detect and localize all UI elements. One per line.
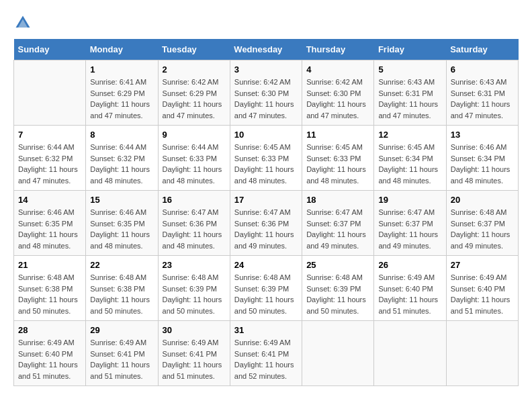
calendar-cell: 22Sunrise: 6:48 AM Sunset: 6:38 PM Dayli… — [86, 256, 158, 321]
day-number: 17 — [234, 195, 298, 205]
calendar-cell: 10Sunrise: 6:45 AM Sunset: 6:33 PM Dayli… — [230, 126, 302, 191]
calendar-cell — [302, 321, 374, 386]
calendar-cell: 25Sunrise: 6:48 AM Sunset: 6:39 PM Dayli… — [302, 256, 374, 321]
day-info: Sunrise: 6:47 AM Sunset: 6:37 PM Dayligh… — [378, 207, 441, 251]
calendar-cell: 11Sunrise: 6:45 AM Sunset: 6:33 PM Dayli… — [302, 126, 374, 191]
calendar-cell: 3Sunrise: 6:42 AM Sunset: 6:30 PM Daylig… — [230, 60, 302, 126]
day-of-week-header: Thursday — [302, 39, 374, 60]
day-number: 27 — [451, 260, 514, 270]
calendar-cell: 2Sunrise: 6:42 AM Sunset: 6:29 PM Daylig… — [158, 60, 230, 126]
day-info: Sunrise: 6:42 AM Sunset: 6:30 PM Dayligh… — [306, 77, 369, 121]
calendar-cell: 24Sunrise: 6:48 AM Sunset: 6:39 PM Dayli… — [230, 256, 302, 321]
day-info: Sunrise: 6:48 AM Sunset: 6:37 PM Dayligh… — [451, 207, 514, 251]
calendar-cell: 18Sunrise: 6:47 AM Sunset: 6:37 PM Dayli… — [302, 191, 374, 256]
day-number: 30 — [163, 325, 226, 335]
day-info: Sunrise: 6:49 AM Sunset: 6:40 PM Dayligh… — [18, 337, 81, 381]
calendar-cell: 7Sunrise: 6:44 AM Sunset: 6:32 PM Daylig… — [14, 126, 86, 191]
calendar-cell: 1Sunrise: 6:41 AM Sunset: 6:29 PM Daylig… — [86, 60, 158, 126]
calendar-cell: 28Sunrise: 6:49 AM Sunset: 6:40 PM Dayli… — [14, 321, 86, 386]
day-of-week-header: Tuesday — [158, 39, 230, 60]
day-of-week-header: Friday — [374, 39, 446, 60]
calendar-table: SundayMondayTuesdayWednesdayThursdayFrid… — [13, 39, 519, 386]
day-info: Sunrise: 6:45 AM Sunset: 6:33 PM Dayligh… — [234, 142, 298, 186]
calendar-week-row: 28Sunrise: 6:49 AM Sunset: 6:40 PM Dayli… — [14, 321, 519, 386]
day-number: 20 — [451, 195, 514, 205]
logo-icon — [13, 13, 32, 32]
day-of-week-header: Saturday — [446, 39, 518, 60]
calendar-cell: 31Sunrise: 6:49 AM Sunset: 6:41 PM Dayli… — [230, 321, 302, 386]
day-number: 3 — [234, 64, 298, 75]
day-info: Sunrise: 6:49 AM Sunset: 6:41 PM Dayligh… — [90, 337, 153, 381]
day-info: Sunrise: 6:47 AM Sunset: 6:36 PM Dayligh… — [234, 207, 298, 251]
logo — [13, 13, 35, 32]
day-number: 9 — [163, 130, 226, 140]
day-info: Sunrise: 6:48 AM Sunset: 6:39 PM Dayligh… — [163, 272, 226, 316]
calendar-cell: 19Sunrise: 6:47 AM Sunset: 6:37 PM Dayli… — [374, 191, 446, 256]
day-number: 11 — [306, 130, 369, 140]
calendar-cell: 13Sunrise: 6:46 AM Sunset: 6:34 PM Dayli… — [446, 126, 518, 191]
calendar-week-row: 21Sunrise: 6:48 AM Sunset: 6:38 PM Dayli… — [14, 256, 519, 321]
day-number: 14 — [18, 195, 81, 205]
day-number: 25 — [306, 260, 369, 270]
day-number: 31 — [234, 325, 298, 335]
day-number: 23 — [163, 260, 226, 270]
day-info: Sunrise: 6:49 AM Sunset: 6:41 PM Dayligh… — [234, 337, 298, 381]
day-info: Sunrise: 6:45 AM Sunset: 6:34 PM Dayligh… — [378, 142, 441, 186]
day-number: 26 — [378, 260, 441, 270]
calendar-cell — [14, 60, 86, 126]
calendar-cell: 17Sunrise: 6:47 AM Sunset: 6:36 PM Dayli… — [230, 191, 302, 256]
day-info: Sunrise: 6:41 AM Sunset: 6:29 PM Dayligh… — [90, 77, 153, 121]
day-info: Sunrise: 6:43 AM Sunset: 6:31 PM Dayligh… — [451, 77, 514, 121]
day-info: Sunrise: 6:42 AM Sunset: 6:30 PM Dayligh… — [234, 77, 298, 121]
day-number: 21 — [18, 260, 81, 270]
calendar-cell: 21Sunrise: 6:48 AM Sunset: 6:38 PM Dayli… — [14, 256, 86, 321]
day-info: Sunrise: 6:44 AM Sunset: 6:32 PM Dayligh… — [90, 142, 153, 186]
calendar-cell: 26Sunrise: 6:49 AM Sunset: 6:40 PM Dayli… — [374, 256, 446, 321]
day-info: Sunrise: 6:43 AM Sunset: 6:31 PM Dayligh… — [378, 77, 441, 121]
calendar-cell: 30Sunrise: 6:49 AM Sunset: 6:41 PM Dayli… — [158, 321, 230, 386]
day-info: Sunrise: 6:47 AM Sunset: 6:37 PM Dayligh… — [306, 207, 369, 251]
day-info: Sunrise: 6:49 AM Sunset: 6:41 PM Dayligh… — [163, 337, 226, 381]
day-info: Sunrise: 6:45 AM Sunset: 6:33 PM Dayligh… — [306, 142, 369, 186]
calendar-cell: 27Sunrise: 6:49 AM Sunset: 6:40 PM Dayli… — [446, 256, 518, 321]
day-of-week-header: Monday — [86, 39, 158, 60]
day-of-week-header: Wednesday — [230, 39, 302, 60]
calendar-cell: 4Sunrise: 6:42 AM Sunset: 6:30 PM Daylig… — [302, 60, 374, 126]
day-info: Sunrise: 6:44 AM Sunset: 6:33 PM Dayligh… — [163, 142, 226, 186]
day-number: 8 — [90, 130, 153, 140]
day-number: 6 — [451, 64, 514, 75]
day-info: Sunrise: 6:49 AM Sunset: 6:40 PM Dayligh… — [378, 272, 441, 316]
calendar-cell: 16Sunrise: 6:47 AM Sunset: 6:36 PM Dayli… — [158, 191, 230, 256]
day-number: 2 — [163, 64, 226, 75]
day-number: 16 — [163, 195, 226, 205]
calendar-cell — [374, 321, 446, 386]
calendar-cell: 6Sunrise: 6:43 AM Sunset: 6:31 PM Daylig… — [446, 60, 518, 126]
day-number: 12 — [378, 130, 441, 140]
day-info: Sunrise: 6:46 AM Sunset: 6:35 PM Dayligh… — [18, 207, 81, 251]
day-info: Sunrise: 6:48 AM Sunset: 6:39 PM Dayligh… — [306, 272, 369, 316]
calendar-cell: 9Sunrise: 6:44 AM Sunset: 6:33 PM Daylig… — [158, 126, 230, 191]
calendar-cell: 23Sunrise: 6:48 AM Sunset: 6:39 PM Dayli… — [158, 256, 230, 321]
day-number: 5 — [378, 64, 441, 75]
calendar-cell: 15Sunrise: 6:46 AM Sunset: 6:35 PM Dayli… — [86, 191, 158, 256]
calendar-week-row: 14Sunrise: 6:46 AM Sunset: 6:35 PM Dayli… — [14, 191, 519, 256]
calendar-cell: 14Sunrise: 6:46 AM Sunset: 6:35 PM Dayli… — [14, 191, 86, 256]
day-info: Sunrise: 6:48 AM Sunset: 6:38 PM Dayligh… — [90, 272, 153, 316]
calendar-header: SundayMondayTuesdayWednesdayThursdayFrid… — [14, 39, 519, 60]
day-number: 1 — [90, 64, 153, 75]
day-number: 22 — [90, 260, 153, 270]
day-number: 24 — [234, 260, 298, 270]
day-info: Sunrise: 6:46 AM Sunset: 6:35 PM Dayligh… — [90, 207, 153, 251]
day-info: Sunrise: 6:46 AM Sunset: 6:34 PM Dayligh… — [451, 142, 514, 186]
day-of-week-header: Sunday — [14, 39, 86, 60]
day-number: 4 — [306, 64, 369, 75]
calendar-body: 1Sunrise: 6:41 AM Sunset: 6:29 PM Daylig… — [14, 60, 519, 386]
day-number: 29 — [90, 325, 153, 335]
day-info: Sunrise: 6:48 AM Sunset: 6:38 PM Dayligh… — [18, 272, 81, 316]
calendar-cell: 20Sunrise: 6:48 AM Sunset: 6:37 PM Dayli… — [446, 191, 518, 256]
day-number: 28 — [18, 325, 81, 335]
day-info: Sunrise: 6:47 AM Sunset: 6:36 PM Dayligh… — [163, 207, 226, 251]
day-info: Sunrise: 6:49 AM Sunset: 6:40 PM Dayligh… — [451, 272, 514, 316]
day-number: 7 — [18, 130, 81, 140]
calendar-cell: 5Sunrise: 6:43 AM Sunset: 6:31 PM Daylig… — [374, 60, 446, 126]
